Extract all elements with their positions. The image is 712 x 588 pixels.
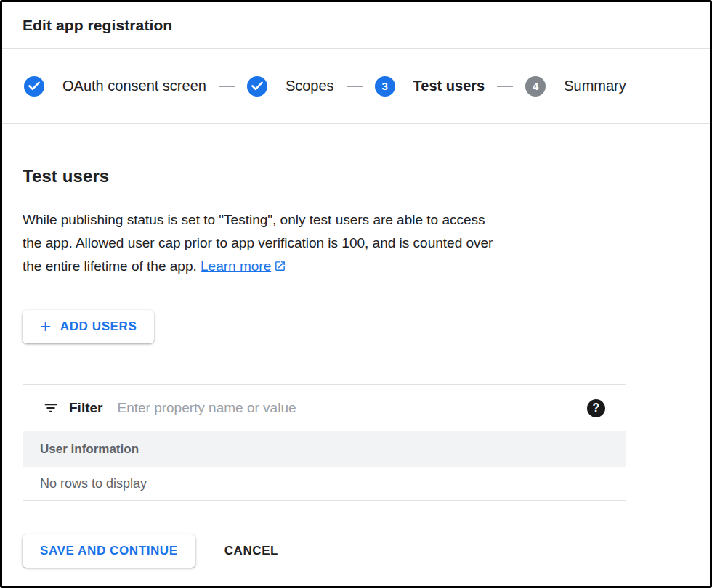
step-connector xyxy=(347,86,363,87)
section-title: Test users xyxy=(23,166,689,187)
description-line: the entire lifetime of the app. Learn mo… xyxy=(23,255,689,278)
filter-icon xyxy=(43,400,59,416)
step-test-users[interactable]: 3 Test users xyxy=(375,76,485,97)
step-scopes[interactable]: Scopes xyxy=(247,76,334,97)
stepper: OAuth consent screen Scopes 3 Test users… xyxy=(2,49,710,124)
filter-bar: Filter ? xyxy=(23,384,626,431)
filter-label: Filter xyxy=(69,400,102,416)
step-connector xyxy=(219,86,235,87)
step-number: 4 xyxy=(533,81,538,91)
help-icon[interactable]: ? xyxy=(587,399,605,417)
step-summary[interactable]: 4 Summary xyxy=(525,76,626,97)
step-complete-icon xyxy=(24,76,44,97)
open-in-new-icon xyxy=(274,260,286,272)
step-label: OAuth consent screen xyxy=(62,78,206,94)
empty-state-message: No rows to display xyxy=(40,476,147,491)
step-connector xyxy=(497,86,513,87)
checkmark-icon xyxy=(28,81,40,91)
step-label: Test users xyxy=(413,78,485,94)
table-empty-row: No rows to display xyxy=(23,467,626,501)
edit-app-registration-dialog: Edit app registration OAuth consent scre… xyxy=(0,0,712,588)
test-users-table: Filter ? User information No rows to dis… xyxy=(23,384,626,501)
learn-more-link[interactable]: Learn more xyxy=(201,258,286,274)
step-number-badge: 4 xyxy=(525,76,546,97)
description-line: the app. Allowed user cap prior to app v… xyxy=(23,232,689,255)
footer-actions: SAVE AND CONTINUE CANCEL xyxy=(23,534,689,568)
step-label: Scopes xyxy=(286,78,334,94)
description-text: While publishing status is set to "Testi… xyxy=(23,208,689,278)
step-number-badge: 3 xyxy=(375,76,395,97)
dialog-header: Edit app registration xyxy=(2,2,710,49)
filter-input[interactable] xyxy=(117,400,575,416)
description-line: While publishing status is set to "Testi… xyxy=(23,208,689,232)
add-users-label: ADD USERS xyxy=(60,319,137,334)
step-oauth-consent-screen[interactable]: OAuth consent screen xyxy=(24,76,206,97)
save-and-continue-button[interactable]: SAVE AND CONTINUE xyxy=(23,534,195,568)
column-header-user-information: User information xyxy=(40,442,139,457)
add-users-button[interactable]: + ADD USERS xyxy=(23,310,154,343)
step-number: 3 xyxy=(381,81,387,91)
step-label: Summary xyxy=(564,78,626,94)
main-content: Test users While publishing status is se… xyxy=(2,166,710,568)
step-complete-icon xyxy=(247,76,267,97)
checkmark-icon xyxy=(251,81,263,91)
page-title: Edit app registration xyxy=(23,17,172,34)
plus-icon: + xyxy=(40,317,52,335)
cancel-button[interactable]: CANCEL xyxy=(224,544,278,558)
table-header-row: User information xyxy=(23,431,626,467)
